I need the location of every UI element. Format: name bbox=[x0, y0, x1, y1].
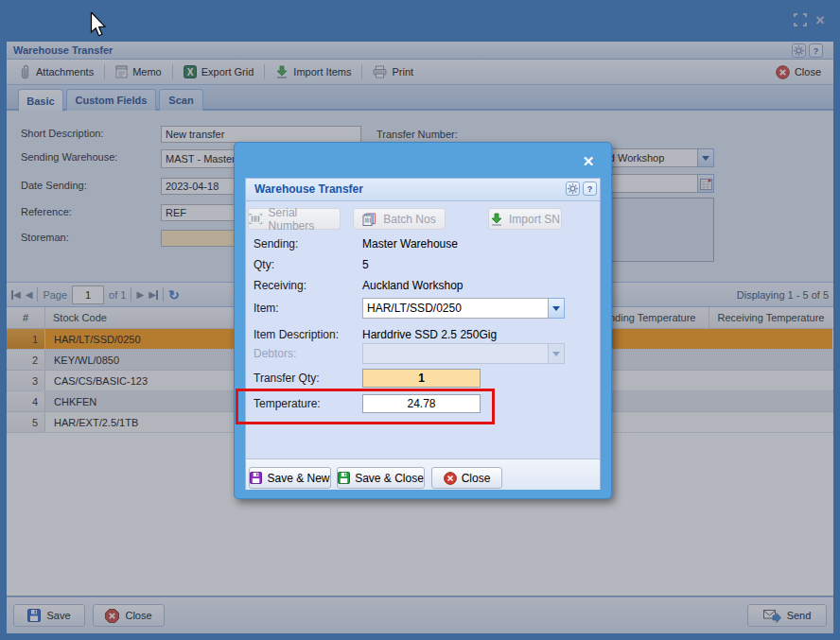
application-window: ✕ Warehouse Transfer ? Attachments Memo bbox=[0, 0, 840, 640]
import-arrow-icon bbox=[490, 213, 503, 226]
warehouse-transfer-dialog: ✕ Warehouse Transfer ? Serial Numbers Ba… bbox=[234, 142, 612, 499]
chevron-down-icon bbox=[552, 352, 560, 356]
save-floppy-purple-icon bbox=[250, 472, 262, 484]
dialog-close-footer-button[interactable]: Close bbox=[431, 467, 502, 489]
item-dropdown-trigger[interactable] bbox=[548, 298, 565, 319]
save-and-close-button[interactable]: Save & Close bbox=[337, 467, 425, 489]
barcode-icon bbox=[249, 213, 263, 225]
gear-icon bbox=[568, 183, 578, 194]
dialog-panel: Warehouse Transfer ? Serial Numbers Batc… bbox=[245, 178, 601, 490]
save-and-close-label: Save & Close bbox=[355, 472, 424, 485]
debtors-combo[interactable] bbox=[362, 343, 565, 364]
dialog-header: Warehouse Transfer ? bbox=[246, 179, 600, 201]
transfer-qty-label: Transfer Qty: bbox=[254, 372, 320, 385]
dialog-settings-button[interactable] bbox=[566, 182, 580, 196]
annotation-highlight bbox=[236, 389, 495, 424]
import-sn-button[interactable]: Import SN bbox=[488, 208, 562, 230]
transfer-qty-input[interactable] bbox=[362, 369, 481, 388]
qty-value: 5 bbox=[362, 258, 369, 271]
receiving-label: Receiving: bbox=[254, 279, 306, 292]
debtors-value bbox=[362, 343, 548, 364]
serial-numbers-button[interactable]: Serial Numbers bbox=[248, 208, 341, 230]
sending-value: Master Warehouse bbox=[362, 237, 458, 251]
item-combo[interactable]: HAR/LT/SSD/0250 bbox=[362, 298, 565, 319]
sending-label: Sending: bbox=[254, 237, 298, 251]
debtors-dropdown-trigger[interactable] bbox=[548, 343, 565, 364]
import-sn-label: Import SN bbox=[509, 213, 560, 226]
batch-nos-label: Batch Nos bbox=[383, 213, 435, 226]
qty-label: Qty: bbox=[254, 258, 274, 271]
dialog-close-footer-label: Close bbox=[462, 472, 491, 485]
dialog-close-button[interactable]: ✕ bbox=[579, 152, 598, 171]
chevron-down-icon bbox=[552, 306, 560, 311]
mouse-cursor bbox=[90, 12, 107, 40]
batch-nos-button[interactable]: Batch Nos bbox=[353, 208, 446, 230]
item-value: HAR/LT/SSD/0250 bbox=[362, 298, 548, 319]
receiving-value: Auckland Workshop bbox=[362, 279, 464, 292]
batch-sheets-icon bbox=[362, 213, 377, 226]
save-and-new-label: Save & New bbox=[267, 472, 329, 485]
item-label: Item: bbox=[254, 302, 279, 315]
debtors-label: Debtors: bbox=[254, 347, 296, 360]
close-red-icon bbox=[444, 472, 457, 485]
item-description-label: Item Description: bbox=[254, 328, 339, 341]
save-floppy-green-icon bbox=[338, 472, 350, 484]
item-description-value: Harddrive SSD 2.5 250Gig bbox=[362, 328, 497, 341]
dialog-title: Warehouse Transfer bbox=[254, 182, 363, 196]
serial-numbers-label: Serial Numbers bbox=[269, 206, 340, 233]
dialog-help-button[interactable]: ? bbox=[583, 182, 597, 196]
dialog-footer: Save & New Save & Close Close bbox=[246, 458, 600, 490]
save-and-new-button[interactable]: Save & New bbox=[249, 467, 331, 489]
